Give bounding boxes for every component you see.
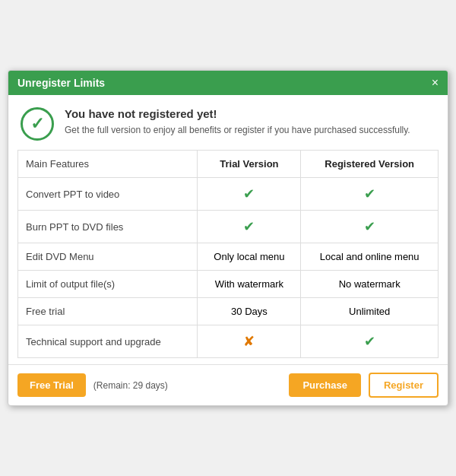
table-row: Edit DVD MenuOnly local menuLocal and on… <box>18 243 439 271</box>
feature-cell: Free trial <box>18 298 198 325</box>
info-section: ✓ You have not registered yet! Get the f… <box>8 95 448 150</box>
title-bar: Unregister Limits × <box>8 71 448 95</box>
free-trial-button[interactable]: Free Trial <box>17 373 86 397</box>
cross-icon: ✘ <box>243 334 255 349</box>
info-heading: You have not registered yet! <box>65 107 410 120</box>
register-button[interactable]: Register <box>369 373 439 398</box>
registered-cell: ✔ <box>301 211 439 243</box>
close-button[interactable]: × <box>432 77 439 89</box>
registered-cell: ✔ <box>301 178 439 211</box>
trial-cell: 30 Days <box>198 298 301 325</box>
col-trial-header: Trial Version <box>198 151 301 178</box>
trial-cell: Only local menu <box>198 243 301 271</box>
col-features-header: Main Features <box>18 151 198 178</box>
features-table-wrapper: Main Features Trial Version Registered V… <box>8 150 448 364</box>
purchase-button[interactable]: Purchase <box>289 373 361 397</box>
check-icon: ✔ <box>364 186 375 202</box>
trial-cell: ✔ <box>198 178 301 211</box>
trial-cell: ✔ <box>198 211 301 243</box>
remain-text: (Remain: 29 days) <box>93 380 282 391</box>
feature-cell: Technical support and upgrade <box>18 325 198 358</box>
table-row: Limit of output file(s)With watermarkNo … <box>18 271 439 298</box>
features-table: Main Features Trial Version Registered V… <box>17 150 439 358</box>
feature-cell: Burn PPT to DVD files <box>18 211 198 243</box>
dialog-title: Unregister Limits <box>17 77 105 89</box>
registered-cell: ✔ <box>301 325 439 358</box>
trial-cell: ✘ <box>198 325 301 358</box>
feature-cell: Edit DVD Menu <box>18 243 198 271</box>
check-circle-icon: ✓ <box>21 107 54 141</box>
trial-cell: With watermark <box>198 271 301 298</box>
info-description: Get the full version to enjoy all benefi… <box>65 123 410 137</box>
check-icon: ✔ <box>364 219 375 234</box>
check-icon: ✔ <box>243 219 255 234</box>
table-row: Convert PPT to video✔✔ <box>18 178 439 211</box>
col-registered-header: Registered Version <box>301 151 439 178</box>
registered-cell: Unlimited <box>301 298 439 325</box>
table-row: Free trial30 DaysUnlimited <box>18 298 439 325</box>
footer: Free Trial (Remain: 29 days) Purchase Re… <box>8 364 448 405</box>
feature-cell: Convert PPT to video <box>18 178 198 211</box>
table-row: Burn PPT to DVD files✔✔ <box>18 211 439 243</box>
check-icon: ✔ <box>364 334 375 349</box>
table-row: Technical support and upgrade✘✔ <box>18 325 439 358</box>
feature-cell: Limit of output file(s) <box>18 271 198 298</box>
info-text: You have not registered yet! Get the ful… <box>65 107 410 137</box>
registered-cell: Local and online menu <box>301 243 439 271</box>
check-icon: ✔ <box>243 186 255 202</box>
table-header-row: Main Features Trial Version Registered V… <box>18 151 439 178</box>
registered-cell: No watermark <box>301 271 439 298</box>
unregister-limits-dialog: Unregister Limits × ✓ You have not regis… <box>8 70 448 406</box>
